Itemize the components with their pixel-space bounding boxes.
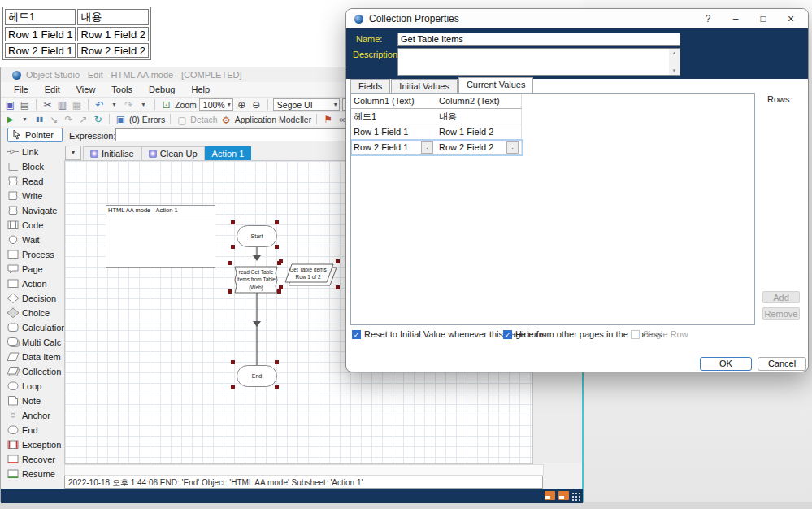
tool-write[interactable]: Write	[1, 189, 64, 203]
tool-anchor[interactable]: Anchor	[1, 408, 64, 423]
name-input[interactable]	[397, 33, 680, 46]
undo-icon[interactable]: ↶	[93, 98, 106, 111]
end-stage[interactable]: End	[237, 365, 277, 387]
play-icon[interactable]: ▶	[4, 113, 16, 126]
grid-cell[interactable]: Row 2 Field 1.	[351, 140, 436, 155]
minimize-icon[interactable]: –	[722, 9, 749, 28]
grid-column-header[interactable]: Column1 (Text)	[351, 94, 436, 109]
menu-file[interactable]: File	[6, 85, 37, 94]
refresh-icon[interactable]: ↻	[92, 113, 104, 126]
selection-handle[interactable]	[275, 220, 279, 224]
note-stage[interactable]: HTML AA mode - Action 1	[106, 205, 215, 268]
collection-stage[interactable]: Get Table Items Row 1 of 2	[285, 265, 331, 281]
selection-handle[interactable]	[279, 259, 283, 263]
menu-help[interactable]: Help	[183, 85, 218, 94]
close-icon[interactable]: ×	[777, 9, 805, 28]
cancel-button[interactable]: Cancel	[758, 357, 806, 371]
grid-cell[interactable]: 헤드1	[351, 109, 436, 124]
sheet-tab-clean-up[interactable]: Clean Up	[141, 146, 205, 160]
sheet-tab-initialise[interactable]: Initialise	[83, 146, 141, 160]
expression-input[interactable]	[115, 128, 346, 141]
selection-handle[interactable]	[275, 245, 279, 249]
grid-cell[interactable]: Row 1 Field 1	[351, 124, 436, 140]
menu-debug[interactable]: Debug	[141, 85, 183, 94]
selection-handle[interactable]	[228, 289, 232, 294]
maximize-icon[interactable]: □	[749, 9, 777, 28]
resize-grip[interactable]	[571, 492, 580, 501]
selection-handle[interactable]	[279, 285, 283, 289]
grid-row[interactable]: Row 1 Field 1Row 1 Field 2	[351, 124, 523, 140]
tool-read[interactable]: Read	[1, 174, 64, 189]
tool-note[interactable]: Note	[1, 394, 64, 408]
menu-tools[interactable]: Tools	[103, 85, 141, 94]
start-stage[interactable]: Start	[237, 225, 277, 247]
caret-down-icon[interactable]: ▾	[137, 98, 150, 111]
values-grid[interactable]: Column1 (Text)Column2 (Text)헤드1내용Row 1 F…	[350, 93, 755, 325]
cell-expand-button[interactable]: .	[421, 141, 433, 154]
save-icon[interactable]: ▣	[4, 98, 16, 111]
tool-resume[interactable]: Resume	[1, 467, 64, 481]
tool-multi-calc[interactable]: Multi Calc	[1, 335, 64, 350]
selection-handle[interactable]	[336, 259, 340, 263]
application-modeller-button[interactable]: Application Modeller	[235, 115, 312, 124]
step-in-icon[interactable]: ↘	[48, 113, 60, 126]
zoom-select[interactable]: 100%▾	[199, 98, 233, 111]
grid-column-header[interactable]: Column2 (Text)	[436, 94, 522, 109]
selection-handle[interactable]	[231, 360, 235, 364]
selection-handle[interactable]	[231, 220, 235, 224]
grid-cell[interactable]: Row 1 Field 2	[436, 124, 522, 140]
caret-down-icon[interactable]: ▾	[108, 98, 120, 111]
grid-row[interactable]: Row 2 Field 1.Row 2 Field 2.	[351, 140, 523, 155]
remove-row-button[interactable]: Remove	[762, 307, 800, 320]
menu-edit[interactable]: Edit	[37, 85, 68, 94]
export-icon[interactable]: ⊡	[160, 98, 172, 111]
selection-handle[interactable]	[336, 285, 340, 289]
grid-row[interactable]: 헤드1내용	[351, 109, 523, 124]
flag-icon[interactable]: ⚑	[322, 113, 334, 126]
tab-list-dropdown[interactable]: ▾	[65, 146, 81, 160]
redo-icon[interactable]: ↷	[123, 98, 135, 111]
font-select[interactable]: Segoe UI▾	[273, 98, 340, 111]
paste-icon[interactable]: ▦	[71, 98, 83, 111]
selection-handle[interactable]	[275, 385, 279, 389]
zoom-out-icon[interactable]: ⊖	[250, 98, 263, 111]
description-scrollbar[interactable]: ▲▼	[669, 49, 680, 75]
caret-down-icon[interactable]: ▾	[19, 113, 31, 126]
grid-cell[interactable]: Row 2 Field 2.	[436, 140, 522, 155]
horizontal-scrollbar[interactable]	[64, 464, 544, 476]
tool-recover[interactable]: Recover	[1, 452, 64, 467]
gear-icon[interactable]: ⚙	[220, 114, 232, 127]
selection-handle[interactable]	[231, 385, 235, 389]
sheet-tab-action-1[interactable]: Action 1	[205, 146, 252, 160]
tool-process[interactable]: Process	[1, 247, 64, 262]
tool-navigate[interactable]: Navigate	[1, 203, 64, 218]
cell-expand-button[interactable]: .	[506, 141, 519, 154]
pointer-tool-button[interactable]: Pointer	[7, 128, 63, 142]
tool-decision[interactable]: Decision	[1, 291, 64, 306]
ok-button[interactable]: OK	[700, 357, 752, 371]
selection-handle[interactable]	[228, 261, 232, 265]
zoom-in-icon[interactable]: ⊕	[236, 98, 248, 111]
step-over-icon[interactable]: ↷	[63, 113, 75, 126]
grid-cell[interactable]: 내용	[436, 109, 522, 124]
tool-action[interactable]: Action	[1, 276, 64, 291]
tool-block[interactable]: Block	[1, 159, 64, 174]
scroll-down-icon[interactable]: ▼	[672, 68, 677, 73]
selection-handle[interactable]	[275, 360, 279, 364]
checkbox-checked-icon[interactable]: ✓	[503, 330, 512, 339]
menu-view[interactable]: View	[68, 85, 104, 94]
tool-data-item[interactable]: Data Item	[1, 350, 64, 364]
checkbox-checked-icon[interactable]: ✓	[352, 330, 361, 339]
help-icon[interactable]: ?	[694, 9, 722, 28]
tool-exception[interactable]: Exception	[1, 437, 64, 452]
tool-calculation[interactable]: Calculation	[1, 320, 64, 335]
tool-page[interactable]: Page	[1, 262, 64, 276]
detach-icon[interactable]: ▢	[176, 114, 188, 127]
tool-end[interactable]: End	[1, 423, 64, 437]
scroll-up-icon[interactable]: ▲	[672, 50, 677, 55]
selection-handle[interactable]	[231, 245, 235, 249]
tool-wait[interactable]: Wait	[1, 233, 64, 247]
dialog-tab-fields[interactable]: Fields	[350, 79, 390, 93]
send-to-process-icon[interactable]	[545, 491, 555, 500]
dialog-tab-initial-values[interactable]: Initial Values	[391, 79, 458, 93]
